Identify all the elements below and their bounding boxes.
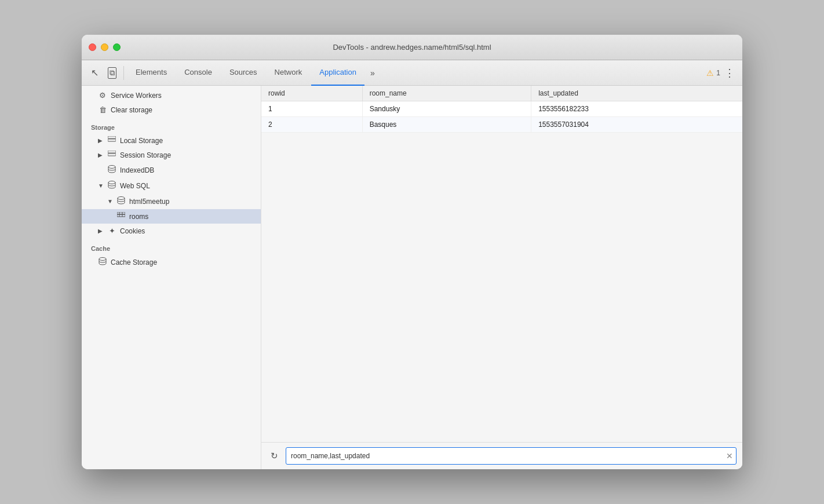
- devtools-menu-button[interactable]: ⋮: [721, 65, 738, 81]
- clear-icon: ✕: [726, 451, 733, 461]
- svg-rect-1: [108, 139, 116, 141]
- web-sql-label: Web SQL: [120, 182, 150, 190]
- refresh-icon: ↻: [271, 451, 278, 461]
- cache-storage-label: Cache Storage: [111, 258, 157, 266]
- expand-arrow-cookies: ▶: [98, 228, 104, 234]
- rooms-label: rooms: [129, 213, 148, 221]
- cookies-label: Cookies: [120, 227, 145, 235]
- warning-icon: ⚠: [706, 68, 714, 78]
- inspect-tool-button[interactable]: ⧉: [104, 65, 120, 81]
- svg-rect-0: [108, 136, 116, 138]
- expand-arrow-web-sql: ▼: [98, 182, 104, 189]
- cursor-icon: ↖: [91, 67, 99, 78]
- session-storage-label: Session Storage: [120, 151, 171, 159]
- html5meetup-icon: [116, 196, 126, 206]
- tab-network[interactable]: Network: [267, 60, 311, 86]
- table-cell-0: 1: [261, 101, 362, 117]
- svg-rect-7: [117, 212, 125, 214]
- service-workers-label: Service Workers: [111, 92, 162, 100]
- titlebar: DevTools - andrew.hedges.name/html5/sql.…: [82, 35, 742, 60]
- table-header-row: rowid room_name last_updated: [261, 86, 742, 101]
- sidebar-item-session-storage[interactable]: ▶ Session Storage: [82, 148, 261, 162]
- table-row[interactable]: 2Basques1553557031904: [261, 117, 742, 133]
- local-storage-label: Local Storage: [120, 137, 163, 145]
- content-area: rowid room_name last_updated 1Sandusky15…: [261, 86, 742, 469]
- table-cell-0: 2: [261, 117, 362, 133]
- cache-section-label: Cache: [82, 238, 261, 254]
- session-storage-icon: [107, 151, 116, 159]
- table-container: rowid room_name last_updated 1Sandusky15…: [261, 86, 742, 442]
- svg-rect-2: [108, 151, 116, 153]
- table-cell-2: 1553557031904: [531, 117, 742, 133]
- trash-icon: 🗑: [98, 105, 107, 114]
- main-content: ⚙ Service Workers 🗑 Clear storage Storag…: [82, 86, 742, 469]
- more-tabs-button[interactable]: »: [366, 66, 380, 80]
- storage-section-label: Storage: [82, 117, 261, 133]
- col-header-room-name: room_name: [362, 86, 531, 101]
- expand-arrow-session-storage: ▶: [98, 152, 104, 158]
- local-storage-icon: [107, 136, 116, 145]
- tab-application[interactable]: Application: [311, 60, 364, 86]
- svg-point-4: [108, 166, 115, 169]
- table-row[interactable]: 1Sandusky1553556182233: [261, 101, 742, 117]
- sidebar-item-cache-storage[interactable]: Cache Storage: [82, 254, 261, 270]
- cursor-tool-button[interactable]: ↖: [86, 65, 103, 81]
- traffic-lights: [89, 43, 121, 51]
- sidebar-item-web-sql[interactable]: ▼ Web SQL: [82, 178, 261, 193]
- expand-arrow-local-storage: ▶: [98, 137, 104, 144]
- service-workers-icon: ⚙: [98, 91, 107, 100]
- close-button[interactable]: [89, 43, 96, 51]
- window-title: DevTools - andrew.hedges.name/html5/sql.…: [333, 43, 491, 52]
- inspect-icon: ⧉: [108, 67, 116, 79]
- sidebar-item-clear-storage[interactable]: 🗑 Clear storage: [82, 103, 261, 117]
- table-cell-1: Basques: [362, 117, 531, 133]
- sidebar-item-service-workers[interactable]: ⚙ Service Workers: [82, 88, 261, 103]
- svg-rect-3: [108, 154, 116, 156]
- menu-icon: ⋮: [724, 67, 735, 79]
- sidebar: ⚙ Service Workers 🗑 Clear storage Storag…: [82, 86, 261, 469]
- svg-point-6: [118, 197, 125, 200]
- web-sql-icon: [107, 181, 116, 191]
- tab-console[interactable]: Console: [176, 60, 220, 86]
- clear-query-button[interactable]: ✕: [726, 451, 733, 461]
- col-header-rowid: rowid: [261, 86, 362, 101]
- indexed-db-icon: [107, 165, 116, 175]
- maximize-button[interactable]: [113, 43, 121, 51]
- rooms-icon: [116, 212, 126, 221]
- table-cell-2: 1553556182233: [531, 101, 742, 117]
- minimize-button[interactable]: [101, 43, 108, 51]
- indexed-db-label: IndexedDB: [120, 166, 154, 174]
- tab-elements[interactable]: Elements: [127, 60, 175, 86]
- clear-storage-label: Clear storage: [111, 106, 152, 114]
- col-header-last-updated: last_updated: [531, 86, 742, 101]
- svg-point-11: [99, 258, 106, 261]
- query-bar: ↻ ✕: [261, 442, 742, 469]
- cookies-icon: ✦: [107, 227, 116, 235]
- query-input-wrapper: ✕: [286, 447, 737, 465]
- query-input[interactable]: [286, 447, 737, 465]
- data-table: rowid room_name last_updated 1Sandusky15…: [261, 86, 742, 133]
- tab-sources[interactable]: Sources: [221, 60, 265, 86]
- refresh-button[interactable]: ↻: [267, 449, 281, 463]
- sidebar-item-rooms[interactable]: rooms: [82, 209, 261, 224]
- sidebar-item-html5meetup[interactable]: ▼ html5meetup: [82, 193, 261, 209]
- table-cell-1: Sandusky: [362, 101, 531, 117]
- cache-storage-icon: [98, 257, 107, 267]
- warning-indicator: ⚠ 1: [706, 68, 720, 78]
- toolbar: ↖ ⧉ Elements Console Sources Network App…: [82, 60, 742, 86]
- toolbar-divider: [123, 66, 124, 80]
- svg-rect-8: [117, 214, 125, 217]
- expand-arrow-html5meetup: ▼: [107, 198, 113, 204]
- html5meetup-label: html5meetup: [129, 198, 169, 206]
- warning-count: 1: [716, 69, 720, 77]
- sidebar-item-local-storage[interactable]: ▶ Local Storage: [82, 133, 261, 148]
- sidebar-item-cookies[interactable]: ▶ ✦ Cookies: [82, 224, 261, 238]
- svg-point-5: [108, 181, 115, 184]
- sidebar-item-indexed-db[interactable]: IndexedDB: [82, 162, 261, 178]
